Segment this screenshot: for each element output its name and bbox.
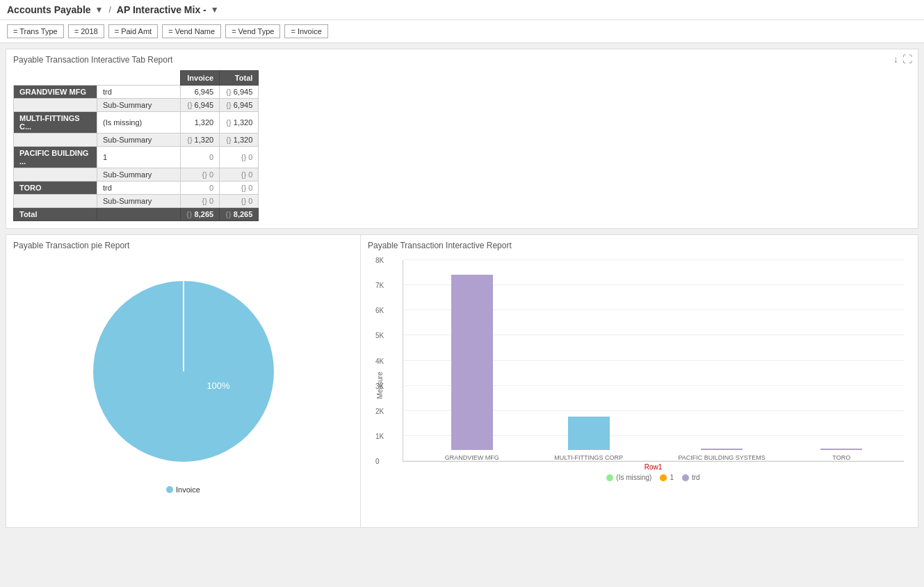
type-pacific: 1: [97, 147, 181, 168]
bar-pacific: PACIFIC BUILDING SYSTEMS: [678, 449, 765, 461]
filter-vend-type[interactable]: = Vend Type: [225, 24, 280, 38]
bar-chart-legend: (Is missing) 1 trd: [403, 474, 904, 481]
bar-label-multifittings: MULTI-FITTINGS CORP: [554, 454, 623, 461]
bar-legend-dot-trd: [682, 474, 689, 481]
bar-rect-pacific: [701, 449, 743, 450]
bar-legend-one: 1: [660, 474, 674, 481]
col-invoice: Invoice: [181, 71, 220, 86]
subsummary-total-toro: {} 0: [220, 195, 259, 208]
table-row: MULTI-FITTINGS C... (Is missing) 1,320 {…: [14, 112, 259, 134]
subsummary-total-pb: {} 0: [220, 168, 259, 182]
total-grandview: {} 6,945: [220, 86, 259, 99]
breadcrumb-accounts-payable[interactable]: Accounts Payable: [7, 4, 91, 15]
chart-grid: 8K 7K 6K 5K 4K 3K: [403, 260, 904, 462]
grid-label-0: 0: [375, 458, 380, 465]
bar-panel-title: Payable Transaction Interactive Report: [361, 235, 918, 253]
table-row: TORO trd 0 {} 0: [14, 182, 259, 195]
bottom-panels: Payable Transaction pie Report 100% Invo…: [6, 234, 918, 528]
pie-legend-dot-invoice: [166, 486, 173, 493]
filter-paid-amt[interactable]: = Paid Amt: [108, 24, 159, 38]
pie-container: 100%: [6, 253, 360, 483]
type-toro: trd: [97, 182, 181, 195]
total-label: Total: [14, 208, 97, 221]
table-row-sub: Sub-Summary {} 0 {} 0: [14, 168, 259, 182]
pie-panel: Payable Transaction pie Report 100% Invo…: [6, 235, 361, 527]
subsummary-total-gv: {} 6,945: [220, 99, 259, 112]
bar-rect-toro: [820, 449, 862, 450]
filter-invoice[interactable]: = Invoice: [284, 24, 327, 38]
total-toro: {} 0: [220, 182, 259, 195]
bars-container: GRANDVIEW MFG MULTI-FITTINGS CORP PACIFI…: [403, 260, 904, 461]
bar-grandview: GRANDVIEW MFG: [445, 275, 499, 461]
invoice-grandview: 6,945: [181, 86, 220, 99]
report-table: Invoice Total GRANDVIEW MFG trd 6,945 {}…: [13, 70, 259, 221]
subsummary-invoice-toro: {} 0: [181, 195, 220, 208]
table-row: GRANDVIEW MFG trd 6,945 {} 6,945: [14, 86, 259, 99]
bar-legend-dot-one: [660, 474, 667, 481]
table-row-sub: Sub-Summary {} 1,320 {} 1,320: [14, 134, 259, 147]
grid-label-7k: 7K: [375, 282, 384, 289]
vendor-name-pacific: PACIFIC BUILDING ...: [14, 147, 97, 168]
panel-icons: ↓ ⛶: [893, 54, 912, 65]
breadcrumb-dropdown-1[interactable]: ▼: [95, 5, 104, 15]
pie-legend-invoice: Invoice: [166, 485, 200, 494]
invoice-pacific: 0: [181, 147, 220, 168]
download-icon[interactable]: ↓: [893, 54, 898, 65]
header: Accounts Payable ▼ / AP Interactive Mix …: [0, 0, 924, 20]
subsummary-invoice-pb: {} 0: [181, 168, 220, 182]
total-invoice: {} 8,265: [181, 208, 220, 221]
top-panel-title: Payable Transaction Interactive Tab Repo…: [6, 49, 918, 67]
filter-2018[interactable]: = 2018: [68, 24, 104, 38]
breadcrumb-ap-mix[interactable]: AP Interactive Mix -: [117, 4, 206, 15]
bar-legend-dot-ismissing: [606, 474, 613, 481]
vendor-name-grandview: GRANDVIEW MFG: [14, 86, 97, 99]
bar-chart-area: Measure 8K 7K 6K 5K: [361, 253, 918, 517]
bar-multifittings: MULTI-FITTINGS CORP: [554, 417, 623, 461]
invoice-multifittings: 1,320: [181, 112, 220, 134]
type-multifittings: (Is missing): [97, 112, 181, 134]
col-total: Total: [220, 71, 259, 86]
bar-legend-ismissing: (Is missing): [606, 474, 651, 481]
breadcrumb-dropdown-2[interactable]: ▼: [211, 5, 219, 15]
invoice-toro: 0: [181, 182, 220, 195]
grid-label-5k: 5K: [375, 332, 384, 339]
row1-label: Row1: [403, 463, 904, 471]
grid-label-3k: 3K: [375, 382, 384, 389]
subsummary-label-toro: Sub-Summary: [97, 195, 181, 208]
bar-rect-grandview-trd: [451, 275, 493, 450]
bar-legend-label-one: 1: [670, 474, 674, 481]
subsummary-invoice-mf: {} 1,320: [181, 134, 220, 147]
vendor-name-multifittings: MULTI-FITTINGS C...: [14, 112, 97, 134]
grid-label-2k: 2K: [375, 407, 384, 415]
bar-rect-multifittings: [568, 417, 610, 450]
bar-legend-label-trd: trd: [692, 474, 700, 481]
svg-text:100%: 100%: [206, 380, 230, 391]
grid-label-8k: 8K: [375, 257, 384, 264]
grid-label-4k: 4K: [375, 357, 384, 364]
expand-icon[interactable]: ⛶: [902, 54, 912, 65]
pie-chart: 100%: [79, 267, 288, 476]
bar-label-toro: TORO: [832, 454, 850, 461]
bar-label-pacific: PACIFIC BUILDING SYSTEMS: [678, 454, 765, 461]
total-total: {} 8,265: [220, 208, 259, 221]
filter-bar: = Trans Type = 2018 = Paid Amt = Vend Na…: [0, 20, 924, 43]
vendor-name-toro: TORO: [14, 182, 97, 195]
grid-label-6k: 6K: [375, 307, 384, 314]
bar-panel: Payable Transaction Interactive Report M…: [361, 235, 918, 527]
pie-legend-label-invoice: Invoice: [176, 485, 200, 494]
top-panel: Payable Transaction Interactive Tab Repo…: [6, 49, 918, 229]
total-pacific: {} 0: [220, 147, 259, 168]
bar-legend-trd: trd: [682, 474, 700, 481]
filter-vend-name[interactable]: = Vend Name: [162, 24, 221, 38]
subsummary-label-pb: Sub-Summary: [97, 168, 181, 182]
pie-legend: Invoice: [6, 483, 360, 499]
type-grandview: trd: [97, 86, 181, 99]
pie-panel-title: Payable Transaction pie Report: [6, 235, 360, 253]
total-multifittings: {} 1,320: [220, 112, 259, 134]
subsummary-label-gv: Sub-Summary: [97, 99, 181, 112]
filter-trans-type[interactable]: = Trans Type: [7, 24, 64, 38]
subsummary-label-mf: Sub-Summary: [97, 134, 181, 147]
total-row: Total {} 8,265 {} 8,265: [14, 208, 259, 221]
subsummary-total-mf: {} 1,320: [220, 134, 259, 147]
bar-label-grandview: GRANDVIEW MFG: [445, 454, 499, 461]
